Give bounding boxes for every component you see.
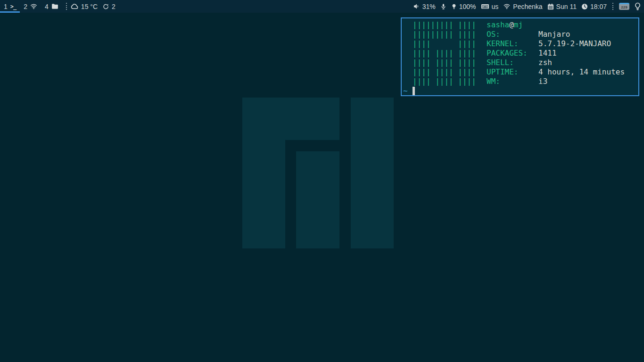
fetch-value: 5.7.19-2-MANJARO (538, 39, 611, 48)
fetch-label: SHELL: (487, 58, 538, 67)
date-widget[interactable]: Sun 11 (547, 3, 577, 10)
idea-lamp-widget[interactable] (634, 2, 641, 10)
workspace-number: 4 (45, 3, 49, 10)
updates-count: 2 (112, 3, 116, 10)
clock-icon (581, 3, 588, 10)
bar-right-group: 31% 100% (413, 0, 644, 13)
cloud-icon (71, 3, 79, 9)
brightness-level: 100% (459, 3, 476, 10)
fetch-row-uptime: UPTIME:4 hours, 14 minutes (487, 67, 625, 77)
volume-widget[interactable]: 31% (413, 3, 436, 10)
calendar-icon (547, 3, 554, 10)
fetch-value: Manjaro (538, 30, 570, 39)
workspace-button-4[interactable]: 4 (41, 0, 62, 13)
fetch-label: OS: (487, 30, 538, 39)
logo-top-bar (285, 98, 339, 140)
i3-status-bar: 1 >_ 2 4 (0, 0, 644, 13)
bar-left-group: 1 >_ 2 4 (0, 0, 116, 13)
fetch-row-packages: PACKAGES:1411 (487, 49, 625, 58)
bar-separator (66, 3, 67, 10)
logo-middle-column (296, 151, 339, 248)
terminal-window[interactable]: ||||||||| |||| ||||||||| |||| |||| |||| … (401, 17, 639, 96)
username: sasha (487, 20, 509, 29)
fetch-value: 1411 (538, 49, 557, 58)
fetch-label: KERNEL: (487, 39, 538, 49)
time-label: 18:07 (590, 3, 607, 10)
workspace-number: 2 (24, 3, 27, 10)
clock-widget[interactable]: 18:07 (581, 3, 607, 10)
fetch-label: UPTIME: (487, 67, 538, 77)
lightbulb-outline-icon (634, 2, 641, 10)
date-label: Sun 11 (556, 3, 577, 10)
fetch-label: WM: (487, 77, 538, 86)
user-host-line: sasha@mj (487, 20, 625, 30)
terminal-icon: >_ (10, 3, 16, 10)
lightbulb-icon (451, 3, 457, 10)
volume-level: 31% (422, 3, 436, 10)
microphone-icon (440, 3, 446, 10)
fetch-row-shell: SHELL:zsh (487, 58, 625, 67)
workspace-number: 1 (4, 3, 8, 10)
wifi-icon (30, 3, 37, 9)
fetch-value: i3 (538, 77, 547, 86)
network-widget[interactable]: Pechenka (503, 3, 542, 10)
fetch-row-os: OS:Manjaro (487, 30, 625, 39)
at-sign: @ (509, 20, 514, 29)
updates-widget[interactable]: 2 (102, 3, 116, 10)
fetch-row-wm: WM:i3 (487, 77, 625, 86)
folder-icon (51, 3, 58, 9)
logo-right-column (351, 98, 394, 248)
prompt-path: ~ (403, 86, 408, 96)
keyboard-layout: us (492, 3, 499, 10)
bar-separator (612, 3, 613, 10)
network-name: Pechenka (513, 3, 542, 10)
fetch-label: PACKAGES: (487, 49, 538, 58)
workspace-button-1[interactable]: 1 >_ (0, 0, 20, 13)
fetch-value: 4 hours, 14 minutes (538, 67, 625, 76)
speaker-icon (413, 3, 420, 9)
system-fetch-info: sasha@mj OS:Manjaro KERNEL:5.7.19-2-MANJ… (487, 20, 625, 86)
refresh-icon (102, 3, 109, 10)
tray-battery-badge[interactable]: 229 (619, 3, 629, 10)
fetch-row-kernel: KERNEL:5.7.19-2-MANJARO (487, 39, 625, 49)
brightness-widget[interactable]: 100% (451, 3, 476, 10)
microphone-widget[interactable] (440, 3, 446, 10)
manjaro-ascii-logo: ||||||||| |||| ||||||||| |||| |||| |||| … (413, 20, 476, 86)
keyboard-icon (481, 3, 489, 9)
fetch-value: zsh (538, 58, 552, 67)
hostname: mj (514, 20, 523, 29)
keyboard-layout-widget[interactable]: us (481, 3, 499, 10)
workspace-button-2[interactable]: 2 (20, 0, 41, 13)
temperature-label: 15 °C (81, 3, 98, 10)
shell-prompt[interactable]: ~ (403, 86, 415, 96)
weather-widget[interactable]: 15 °C (71, 3, 98, 10)
text-cursor (413, 87, 415, 95)
logo-left-column (242, 98, 285, 248)
wifi-icon (503, 3, 511, 9)
